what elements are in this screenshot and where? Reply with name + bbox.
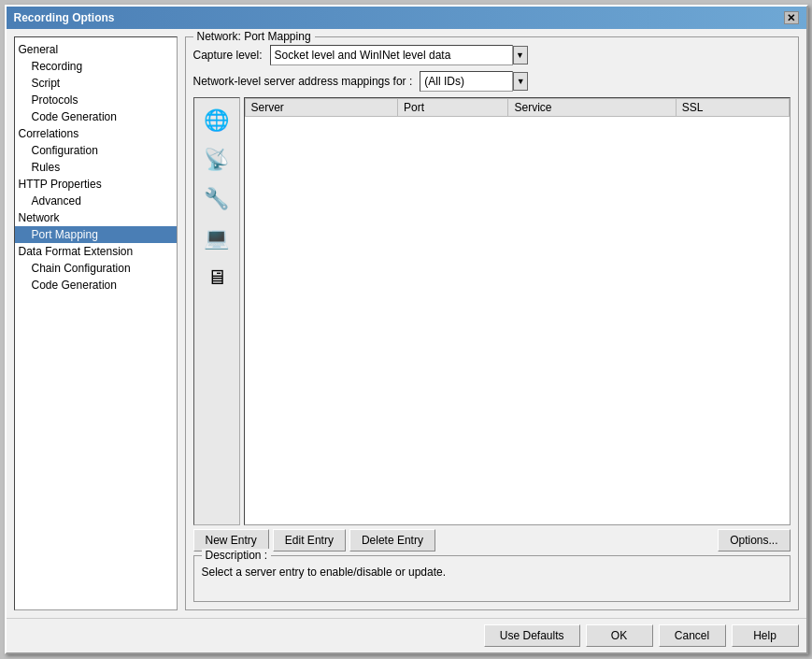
table-header: Server Port Service SSL xyxy=(245,99,789,117)
use-defaults-button[interactable]: Use Defaults xyxy=(484,624,580,647)
col-port: Port xyxy=(398,99,508,117)
description-box: Description : Select a server entry to e… xyxy=(193,555,791,602)
network-mapping-row: Network-level server address mappings fo… xyxy=(193,71,791,92)
table-area: 🌐 📡 🔧 💻 🖥 Server Port xyxy=(193,97,791,525)
network-dropdown-arrow[interactable]: ▼ xyxy=(513,72,528,91)
col-ssl: SSL xyxy=(676,99,789,117)
icon-panel: 🌐 📡 🔧 💻 🖥 xyxy=(193,97,240,525)
tree-item-advanced[interactable]: Advanced xyxy=(15,193,177,209)
tree-item-http-properties[interactable]: HTTP Properties xyxy=(15,176,177,193)
network-value: (All IDs) xyxy=(424,75,464,88)
description-title: Description : xyxy=(202,549,272,562)
port-mapping-title: Network: Port Mapping xyxy=(193,30,315,43)
tree-item-script[interactable]: Script xyxy=(15,75,177,92)
tree-item-network[interactable]: Network xyxy=(15,209,177,226)
tree-item-port-mapping[interactable]: Port Mapping xyxy=(15,226,177,243)
tree-item-chain-configuration[interactable]: Chain Configuration xyxy=(15,260,177,277)
icon-globe: 🌐 xyxy=(200,104,234,137)
delete-entry-button[interactable]: Delete Entry xyxy=(349,529,435,552)
tree-item-rules[interactable]: Rules xyxy=(15,159,177,176)
cancel-button[interactable]: Cancel xyxy=(659,624,726,647)
window-body: GeneralRecordingScriptProtocolsCode Gene… xyxy=(7,29,806,618)
edit-entry-button[interactable]: Edit Entry xyxy=(273,529,346,552)
port-mapping-group: Network: Port Mapping Capture level: Soc… xyxy=(185,36,799,610)
help-button[interactable]: Help xyxy=(732,624,799,647)
icon-monitor: 🖥 xyxy=(200,261,234,294)
table-header-row: Server Port Service SSL xyxy=(245,99,789,117)
capture-level-row: Capture level: Socket level and WinINet … xyxy=(193,45,791,65)
capture-level-select-wrapper: Socket level and WinINet level data ▼ xyxy=(270,45,528,65)
capture-level-label: Capture level: xyxy=(193,49,263,62)
window-title: Recording Options xyxy=(14,11,115,24)
description-text: Select a server entry to enable/disable … xyxy=(202,566,782,579)
ok-button[interactable]: OK xyxy=(586,624,653,647)
bottom-buttons: Use Defaults OK Cancel Help xyxy=(7,618,806,652)
capture-level-value: Socket level and WinINet level data xyxy=(275,49,451,62)
network-label: Network-level server address mappings fo… xyxy=(193,75,413,88)
col-server: Server xyxy=(245,99,398,117)
capture-level-select[interactable]: Socket level and WinINet level data xyxy=(270,45,513,65)
tree-item-code-generation[interactable]: Code Generation xyxy=(15,108,177,125)
icon-computer: 💻 xyxy=(200,222,234,255)
title-bar: Recording Options ✕ xyxy=(7,7,806,29)
recording-options-window: Recording Options ✕ GeneralRecordingScri… xyxy=(5,5,808,654)
col-service: Service xyxy=(508,99,676,117)
data-table-wrapper: Server Port Service SSL xyxy=(244,97,791,525)
icon-tools: 🔧 xyxy=(200,182,234,216)
main-content: Network: Port Mapping Capture level: Soc… xyxy=(185,36,799,610)
network-select[interactable]: (All IDs) xyxy=(420,71,513,92)
tree-item-code-generation[interactable]: Code Generation xyxy=(15,277,177,294)
tree-item-correlations[interactable]: Correlations xyxy=(15,125,177,142)
tree-item-protocols[interactable]: Protocols xyxy=(15,92,177,108)
capture-level-dropdown-arrow[interactable]: ▼ xyxy=(513,46,528,64)
tree-panel: GeneralRecordingScriptProtocolsCode Gene… xyxy=(14,36,178,610)
port-mapping-table: Server Port Service SSL xyxy=(245,98,790,117)
options-button[interactable]: Options... xyxy=(718,529,790,552)
icon-network: 📡 xyxy=(200,143,234,177)
tree-item-configuration[interactable]: Configuration xyxy=(15,142,177,159)
close-button[interactable]: ✕ xyxy=(784,11,799,24)
tree-item-data-format-extension[interactable]: Data Format Extension xyxy=(15,243,177,260)
network-select-wrapper: (All IDs) ▼ xyxy=(420,71,528,92)
tree-item-recording[interactable]: Recording xyxy=(15,58,177,75)
entry-buttons-row: New Entry Edit Entry Delete Entry Option… xyxy=(193,525,791,555)
tree-item-general[interactable]: General xyxy=(15,41,177,58)
